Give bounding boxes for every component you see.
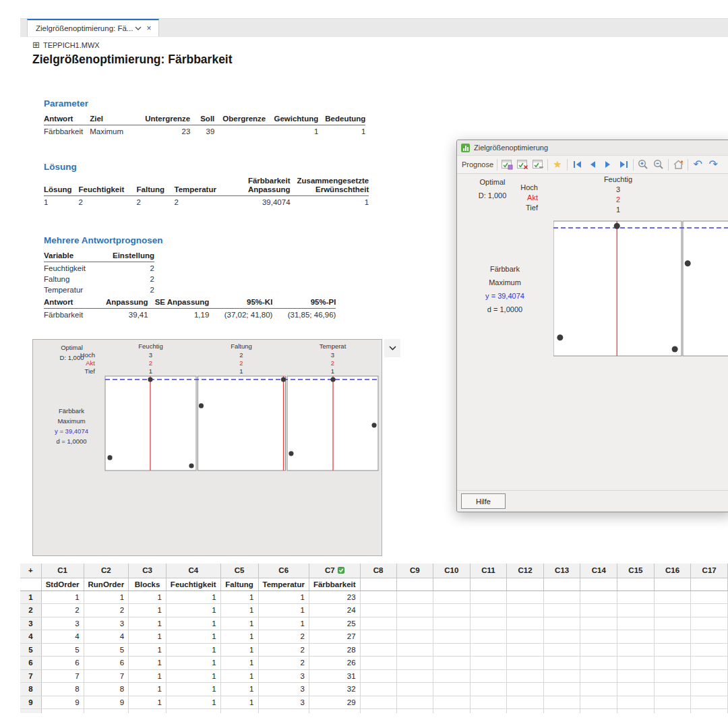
worksheet-cell[interactable] [617,617,655,630]
column-name-cell[interactable] [617,578,655,590]
worksheet-cell[interactable]: 1 [166,617,220,630]
worksheet-cell[interactable]: 1 [166,683,220,696]
worksheet-cell[interactable] [580,696,617,709]
worksheet-cell[interactable]: 25 [309,617,360,630]
worksheet-cell[interactable]: 1 [41,590,84,604]
worksheet-cell[interactable] [654,683,691,696]
worksheet-cell[interactable] [396,630,433,644]
worksheet-cell[interactable] [617,683,655,696]
worksheet-cell[interactable]: 1 [220,630,258,644]
column-name-cell[interactable] [580,578,617,590]
column-header-c9[interactable]: C9 [396,564,433,578]
worksheet-cell[interactable] [580,630,617,644]
worksheet-cell[interactable]: 3 [41,617,84,630]
worksheet-cell[interactable]: 2 [258,630,309,644]
worksheet-cell[interactable] [470,669,507,683]
column-header-c1[interactable]: C1 [41,564,84,578]
worksheet-cell[interactable]: 24 [309,604,360,617]
worksheet-cell[interactable]: 1 [129,617,166,630]
worksheet-cell[interactable] [309,709,360,714]
column-header-c6[interactable]: C6 [258,564,309,578]
worksheet-cell[interactable]: 6 [41,657,84,670]
worksheet-cell[interactable] [470,630,507,644]
column-name-cell[interactable] [470,578,507,590]
worksheet-cell[interactable]: 26 [309,657,360,670]
worksheet-cell[interactable] [617,604,655,617]
worksheet-cell[interactable]: 1 [220,643,258,657]
worksheet-cell[interactable] [543,590,580,604]
worksheet-cell[interactable]: 1 [129,604,166,617]
worksheet-cell[interactable] [617,643,655,657]
worksheet-cell[interactable]: 1 [220,683,258,696]
worksheet-cell[interactable]: 3 [84,617,129,630]
worksheet-cell[interactable] [360,590,396,604]
row-header[interactable]: 3 [20,617,41,630]
factor-akt[interactable]: 2 [591,195,645,205]
worksheet-cell[interactable]: 9 [41,696,84,709]
worksheet-cell[interactable]: 8 [41,683,84,696]
worksheet-cell[interactable] [433,683,471,696]
worksheet-cell[interactable]: 29 [309,696,360,709]
worksheet-cell[interactable]: 9 [84,696,129,709]
worksheet-cell[interactable]: 4 [84,630,129,644]
column-header-c4[interactable]: C4 [166,564,220,578]
plot-collapse-button[interactable] [384,339,400,357]
worksheet-cell[interactable]: 1 [129,590,166,604]
worksheet-cell[interactable] [654,630,691,644]
worksheet-cell[interactable] [617,630,655,644]
worksheet-cell[interactable]: 1 [166,657,220,670]
last-icon[interactable] [617,158,630,171]
worksheet-cell[interactable] [396,657,433,670]
worksheet-cell[interactable] [691,709,728,714]
worksheet-cell[interactable]: 1 [166,604,220,617]
worksheet-grid[interactable]: +C1C2C3C4C5C6C7C8C9C10C11C12C13C14C15C16… [20,564,728,713]
row-header[interactable]: 9 [20,696,41,709]
worksheet-cell[interactable] [129,709,166,714]
worksheet-cell[interactable] [543,683,580,696]
worksheet-cell[interactable] [543,657,580,670]
worksheet-cell[interactable] [360,696,396,709]
column-name-cell[interactable]: Temperatur [258,578,309,590]
worksheet-cell[interactable] [617,590,655,604]
worksheet-cell[interactable] [433,696,471,709]
worksheet-cell[interactable] [580,683,617,696]
hilfe-button[interactable]: Hilfe [461,493,506,509]
worksheet-cell[interactable]: 1 [129,630,166,644]
undo-icon[interactable]: ↶ [692,158,704,171]
column-name-cell[interactable]: StdOrder [41,578,84,590]
worksheet-cell[interactable] [41,709,84,714]
worksheet-cell[interactable]: 1 [129,669,166,683]
worksheet-cell[interactable]: 1 [129,683,166,696]
worksheet-cell[interactable] [543,696,580,709]
worksheet-cell[interactable] [433,604,471,617]
worksheet-cell[interactable]: 28 [309,643,360,657]
worksheet-cell[interactable] [470,590,507,604]
first-icon[interactable] [571,158,583,171]
column-header-c13[interactable]: C13 [543,564,580,578]
worksheet-cell[interactable] [691,617,728,630]
worksheet-cell[interactable] [580,657,617,670]
worksheet-cell[interactable] [654,696,691,709]
worksheet-cell[interactable] [507,683,544,696]
worksheet-cell[interactable] [617,709,655,714]
worksheet-cell[interactable] [507,669,544,683]
worksheet-cell[interactable]: 1 [129,643,166,657]
column-name-cell[interactable]: Färbbarkeit [309,578,360,590]
worksheet-cell[interactable]: 7 [84,669,129,683]
worksheet-cell[interactable] [580,669,617,683]
worksheet-cell[interactable]: 1 [258,590,309,604]
worksheet-cell[interactable] [543,630,580,644]
worksheet-cell[interactable] [470,709,507,714]
favorite-star-icon[interactable]: ★ [551,158,564,171]
worksheet-cell[interactable] [580,604,617,617]
column-name-cell[interactable] [396,578,433,590]
worksheet-cell[interactable] [470,643,507,657]
worksheet-cell[interactable]: 31 [309,669,360,683]
worksheet-cell[interactable]: 1 [220,590,258,604]
worksheet-cell[interactable] [470,683,507,696]
worksheet-cell[interactable] [396,683,433,696]
worksheet-cell[interactable]: 2 [258,657,309,670]
column-name-cell[interactable]: Feuchtigkeit [166,578,220,590]
column-header-c8[interactable]: C8 [360,564,396,578]
worksheet-cell[interactable] [580,590,617,604]
